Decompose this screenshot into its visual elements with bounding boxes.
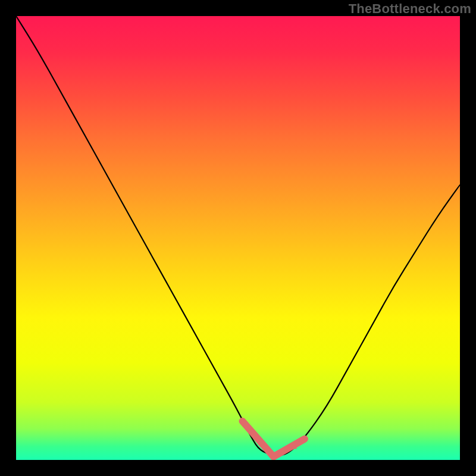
- curve-layer: [16, 16, 460, 460]
- watermark-text: TheBottleneck.com: [349, 1, 471, 17]
- bottleneck-curve-path: [16, 16, 460, 456]
- chart-frame: TheBottleneck.com: [0, 0, 476, 476]
- plot-area: [16, 16, 460, 460]
